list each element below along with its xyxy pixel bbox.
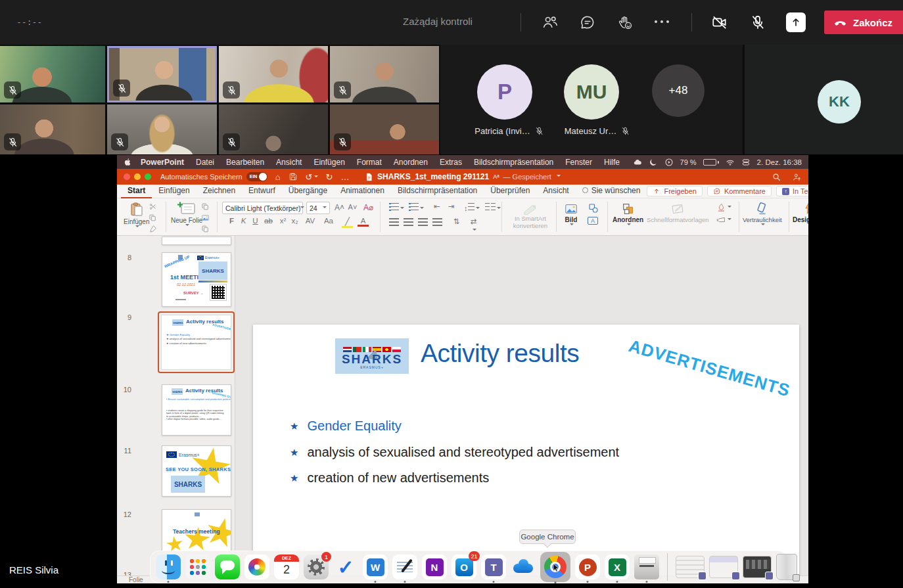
- character-spacing-button[interactable]: AV: [302, 217, 318, 225]
- slide-thumbnail-10[interactable]: SHARKS Activity results SHOPPING GUIDE ▪…: [162, 384, 231, 436]
- participant-video-3[interactable]: [219, 46, 328, 102]
- menu-fenster[interactable]: Fenster: [559, 158, 598, 167]
- menu-extras[interactable]: Extras: [434, 158, 468, 167]
- tab-einf-gen[interactable]: Einfügen: [152, 185, 196, 198]
- stage-manager-icon[interactable]: [741, 158, 751, 167]
- shapes-icon[interactable]: [588, 202, 599, 214]
- quick-styles-button[interactable]: Schnellformatvorlagen: [647, 202, 709, 223]
- slide-bullet-3[interactable]: ★ creation of new advertisements: [290, 470, 489, 486]
- avatar-kk[interactable]: KK: [818, 80, 861, 124]
- shrink-font-icon[interactable]: A˅: [347, 203, 358, 211]
- subscript-button[interactable]: x₂: [289, 217, 300, 225]
- menu-ansicht[interactable]: Ansicht: [270, 158, 308, 167]
- tab--berg-nge[interactable]: Übergänge: [282, 185, 334, 198]
- share-screen-button[interactable]: [786, 12, 806, 32]
- participant-video-7[interactable]: [219, 104, 328, 154]
- printer-icon[interactable]: [634, 554, 659, 579]
- autosave-toggle[interactable]: EIN: [246, 172, 267, 181]
- tab-bildschirmpr-sentation[interactable]: Bildschirmpräsentation: [391, 185, 484, 198]
- save-icon[interactable]: [289, 172, 298, 181]
- slide-bullet-2[interactable]: ★ analysis of sexualised and stereotyped…: [290, 445, 619, 460]
- tab-ansicht[interactable]: Ansicht: [536, 185, 575, 198]
- copy-icon[interactable]: [149, 214, 157, 222]
- menu-powerpoint[interactable]: PowerPoint: [135, 158, 190, 167]
- strikethrough-button[interactable]: ab: [263, 217, 274, 225]
- slide-thumbnail-7-partial[interactable]: [162, 237, 231, 245]
- powerpoint-icon[interactable]: P: [575, 554, 600, 579]
- line-spacing-icon[interactable]: ↕: [464, 203, 480, 212]
- section-icon[interactable]: [201, 225, 210, 233]
- minimized-window-3[interactable]: [743, 556, 772, 578]
- cut-icon[interactable]: [149, 202, 157, 211]
- menu-datei[interactable]: Datei: [190, 158, 220, 167]
- font-size-combobox[interactable]: 24: [306, 202, 330, 214]
- justify-icon[interactable]: [432, 218, 442, 227]
- zoom-window-button[interactable]: [145, 173, 151, 180]
- present-in-teams-button[interactable]: ↑ In Teams präsentieren: [776, 186, 808, 196]
- participant-video-8[interactable]: [330, 104, 439, 154]
- leave-call-button[interactable]: Zakończ: [824, 11, 903, 34]
- clear-formatting-icon[interactable]: A⌀: [363, 203, 374, 212]
- mic-off-icon[interactable]: [749, 14, 766, 31]
- onedrive-icon[interactable]: [511, 554, 536, 579]
- italic-button[interactable]: K: [238, 217, 249, 225]
- onedrive-cloud-icon[interactable]: [633, 158, 642, 167]
- menu-bildschirmpr-sentation[interactable]: Bildschirmpräsentation: [468, 158, 559, 167]
- minimize-window-button[interactable]: [134, 173, 141, 180]
- tab-zeichnen[interactable]: Zeichnen: [197, 185, 242, 198]
- text-editor-icon[interactable]: [392, 554, 417, 579]
- font-name-combobox[interactable]: Calibri Light (Textkörper): [222, 202, 303, 214]
- tab-sie-w-nschen[interactable]: Sie wünschen: [576, 185, 647, 198]
- outlook-icon[interactable]: O 21: [452, 554, 476, 579]
- slide-thumbnail-9-selected[interactable]: SHARKS Activity results ADVERTISEMENTS ★…: [158, 311, 235, 373]
- redo-icon[interactable]: ↻: [326, 173, 333, 181]
- tab-start[interactable]: Start: [121, 185, 152, 198]
- insert-picture-button[interactable]: Bild: [563, 202, 580, 227]
- avatar-patricia[interactable]: P: [477, 64, 532, 120]
- menu-format[interactable]: Format: [351, 158, 388, 167]
- participant-video-6[interactable]: [107, 104, 217, 154]
- participant-video-4[interactable]: [330, 46, 439, 102]
- tab--berpr-fen[interactable]: Überprüfen: [484, 185, 536, 198]
- photos-icon[interactable]: [244, 554, 269, 579]
- slide-stamp[interactable]: ADVERTISEMENTS: [626, 336, 777, 397]
- resize-handle-icon[interactable]: [793, 574, 800, 581]
- tab-entwurf[interactable]: Entwurf: [242, 185, 282, 198]
- reactions-hand-icon[interactable]: [616, 14, 634, 31]
- format-painter-icon[interactable]: [149, 225, 157, 233]
- messages-icon[interactable]: [215, 554, 240, 579]
- avatar-overflow-count[interactable]: +48: [652, 64, 705, 117]
- minimized-window-1[interactable]: [676, 556, 705, 578]
- sensitivity-button[interactable]: Vertraulichkeit: [743, 202, 782, 227]
- chat-icon[interactable]: [579, 14, 596, 31]
- align-center-icon[interactable]: [404, 218, 413, 227]
- bold-button[interactable]: F: [226, 217, 237, 225]
- paste-button[interactable]: Einfügen: [124, 201, 149, 229]
- minimized-window-2[interactable]: [709, 556, 738, 578]
- text-box-icon[interactable]: A: [588, 217, 598, 225]
- chrome-icon-highlighted[interactable]: [540, 552, 570, 582]
- share-button[interactable]: Freigeben: [647, 186, 703, 196]
- launchpad-icon[interactable]: [185, 554, 210, 579]
- share-document-icon[interactable]: [792, 172, 802, 182]
- increase-indent-icon[interactable]: ⇥: [446, 202, 457, 211]
- slide-canvas[interactable]: SHARKS ERASMUS+ Activity results ADVERTI…: [253, 325, 799, 583]
- menu-anordnen[interactable]: Anordnen: [388, 158, 434, 167]
- numbered-list-icon[interactable]: [409, 203, 424, 212]
- sort-icon[interactable]: ⇅: [451, 217, 462, 226]
- new-slide-button[interactable]: Neue Folie: [171, 201, 202, 228]
- system-settings-icon[interactable]: 1: [304, 554, 329, 579]
- menu-hilfe[interactable]: Hilfe: [598, 158, 626, 167]
- layout-icon[interactable]: [201, 202, 210, 211]
- text-highlight-icon[interactable]: ╱: [342, 217, 353, 228]
- wifi-icon[interactable]: [726, 158, 735, 167]
- more-commands-icon[interactable]: …: [340, 173, 349, 181]
- home-icon[interactable]: ⌂: [275, 173, 281, 181]
- more-options-icon[interactable]: [655, 20, 669, 23]
- grow-font-icon[interactable]: A˄: [334, 203, 345, 212]
- change-case-button[interactable]: Aa: [321, 217, 336, 225]
- shape-fill-icon[interactable]: [716, 202, 731, 212]
- align-left-icon[interactable]: [389, 218, 399, 227]
- participant-video-2-active-speaker[interactable]: [107, 46, 217, 102]
- slide-thumbnail-8[interactable]: Erasmus+ WRAPPING UP 1st MEETING 02.12.2…: [162, 252, 231, 307]
